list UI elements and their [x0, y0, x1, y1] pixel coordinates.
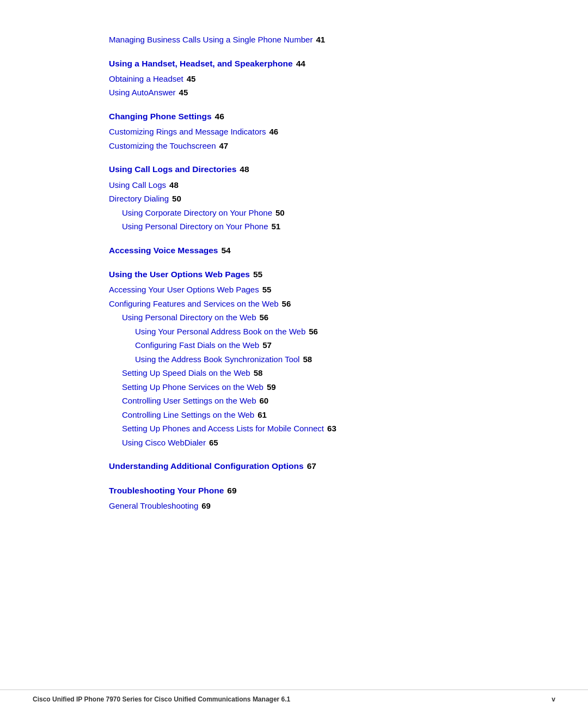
- page-content: Managing Business Calls Using a Single P…: [0, 0, 588, 564]
- toc-heading-troubleshooting-heading[interactable]: Troubleshooting Your Phone69: [109, 484, 479, 498]
- entry-page-obtaining-headset: 45: [187, 72, 196, 86]
- entry-page-accessing-user-options: 55: [262, 283, 272, 297]
- section-group-using-user-options-heading: Using the User Options Web Pages55Access…: [109, 267, 479, 449]
- entry-page-managing-business-calls: 41: [316, 33, 325, 47]
- heading-page-using-handset-heading: 44: [296, 57, 305, 71]
- toc-entry-configuring-features-services[interactable]: Configuring Features and Services on the…: [109, 297, 479, 311]
- entry-title-controlling-line-settings: Controlling Line Settings on the Web: [122, 408, 254, 422]
- toc-entry-obtaining-headset[interactable]: Obtaining a Headset45: [109, 72, 479, 86]
- entry-title-configuring-fast-dials: Configuring Fast Dials on the Web: [135, 338, 259, 352]
- entry-page-using-address-book-sync: 58: [303, 352, 312, 367]
- entry-title-managing-business-calls: Managing Business Calls Using a Single P…: [109, 33, 313, 47]
- toc-heading-accessing-voice-messages-heading[interactable]: Accessing Voice Messages54: [109, 243, 479, 258]
- toc-heading-using-user-options-heading[interactable]: Using the User Options Web Pages55: [109, 267, 479, 282]
- entry-title-controlling-user-settings: Controlling User Settings on the Web: [122, 394, 256, 408]
- entry-page-using-personal-directory-web: 56: [260, 310, 269, 325]
- toc-entry-using-autoanswer[interactable]: Using AutoAnswer45: [109, 86, 479, 100]
- heading-title-using-call-logs-heading: Using Call Logs and Directories: [109, 162, 236, 176]
- entry-title-using-corporate-directory: Using Corporate Directory on Your Phone: [122, 206, 272, 220]
- toc-heading-changing-phone-settings-heading[interactable]: Changing Phone Settings46: [109, 109, 479, 124]
- toc-entry-setting-up-speed-dials[interactable]: Setting Up Speed Dials on the Web58: [109, 366, 479, 380]
- entry-page-setting-up-phone-services: 59: [267, 380, 276, 394]
- entry-title-directory-dialing: Directory Dialing: [109, 192, 169, 206]
- entry-title-setting-up-speed-dials: Setting Up Speed Dials on the Web: [122, 366, 250, 380]
- toc-entry-using-personal-directory-web[interactable]: Using Personal Directory on the Web56: [109, 310, 479, 325]
- toc-entry-using-personal-directory-phone[interactable]: Using Personal Directory on Your Phone51: [109, 219, 479, 234]
- entry-title-customizing-rings: Customizing Rings and Message Indicators: [109, 125, 266, 139]
- entry-page-general-troubleshooting: 69: [201, 499, 211, 513]
- heading-title-using-handset-heading: Using a Handset, Headset, and Speakerpho…: [109, 57, 293, 71]
- entry-page-configuring-features-services: 56: [282, 297, 291, 311]
- toc-entry-controlling-line-settings[interactable]: Controlling Line Settings on the Web61: [109, 408, 479, 422]
- entry-title-using-cisco-webdialer: Using Cisco WebDialer: [122, 436, 206, 450]
- entry-title-setting-up-phones-access-lists: Setting Up Phones and Access Lists for M…: [122, 422, 324, 436]
- toc-entry-using-personal-address-book[interactable]: Using Your Personal Address Book on the …: [109, 325, 479, 339]
- entry-page-using-call-logs: 48: [169, 178, 179, 192]
- entry-title-customizing-touchscreen: Customizing the Touchscreen: [109, 139, 216, 153]
- entry-page-using-corporate-directory: 50: [275, 206, 285, 220]
- heading-title-changing-phone-settings-heading: Changing Phone Settings: [109, 109, 212, 124]
- entry-title-obtaining-headset: Obtaining a Headset: [109, 72, 183, 86]
- entry-title-using-personal-directory-web: Using Personal Directory on the Web: [122, 310, 256, 325]
- footer: Cisco Unified IP Phone 7970 Series for C…: [0, 689, 588, 703]
- heading-page-changing-phone-settings-heading: 46: [215, 109, 224, 124]
- toc-heading-using-handset-heading[interactable]: Using a Handset, Headset, and Speakerpho…: [109, 57, 479, 71]
- entry-title-configuring-features-services: Configuring Features and Services on the…: [109, 297, 279, 311]
- entry-title-accessing-user-options: Accessing Your User Options Web Pages: [109, 283, 259, 297]
- toc-entry-customizing-touchscreen[interactable]: Customizing the Touchscreen47: [109, 139, 479, 153]
- toc-entry-using-address-book-sync[interactable]: Using the Address Book Synchronization T…: [109, 352, 479, 367]
- heading-title-troubleshooting-heading: Troubleshooting Your Phone: [109, 484, 224, 498]
- toc-entry-accessing-user-options[interactable]: Accessing Your User Options Web Pages55: [109, 283, 479, 297]
- heading-title-understanding-additional-config-heading: Understanding Additional Configuration O…: [109, 459, 304, 473]
- heading-title-accessing-voice-messages-heading: Accessing Voice Messages: [109, 243, 218, 258]
- section-group-troubleshooting-heading: Troubleshooting Your Phone69General Trou…: [109, 484, 479, 513]
- entry-page-controlling-line-settings: 61: [258, 408, 267, 422]
- toc-heading-understanding-additional-config-heading[interactable]: Understanding Additional Configuration O…: [109, 459, 479, 473]
- toc-entry-setting-up-phone-services[interactable]: Setting Up Phone Services on the Web59: [109, 380, 479, 394]
- toc-entry-configuring-fast-dials[interactable]: Configuring Fast Dials on the Web57: [109, 338, 479, 352]
- footer-page: v: [552, 695, 555, 703]
- heading-page-using-call-logs-heading: 48: [240, 162, 249, 176]
- entry-page-using-personal-directory-phone: 51: [272, 219, 281, 234]
- toc-entry-using-call-logs[interactable]: Using Call Logs48: [109, 178, 479, 192]
- toc-container: Managing Business Calls Using a Single P…: [109, 33, 479, 512]
- entry-title-setting-up-phone-services: Setting Up Phone Services on the Web: [122, 380, 264, 394]
- entry-page-directory-dialing: 50: [172, 192, 181, 206]
- section-group-accessing-voice-messages-heading: Accessing Voice Messages54: [109, 243, 479, 258]
- section-group-changing-phone-settings-heading: Changing Phone Settings46Customizing Rin…: [109, 109, 479, 152]
- heading-page-understanding-additional-config-heading: 67: [307, 459, 316, 473]
- section-group-using-handset-heading: Using a Handset, Headset, and Speakerpho…: [109, 57, 479, 100]
- heading-page-troubleshooting-heading: 69: [227, 484, 236, 498]
- entry-page-configuring-fast-dials: 57: [262, 338, 272, 352]
- heading-title-using-user-options-heading: Using the User Options Web Pages: [109, 267, 250, 282]
- entry-title-general-troubleshooting: General Troubleshooting: [109, 499, 198, 513]
- entry-title-using-autoanswer: Using AutoAnswer: [109, 86, 176, 100]
- section-group-using-call-logs-heading: Using Call Logs and Directories48Using C…: [109, 162, 479, 233]
- entry-title-using-call-logs: Using Call Logs: [109, 178, 166, 192]
- heading-page-accessing-voice-messages-heading: 54: [221, 243, 230, 258]
- entry-page-setting-up-speed-dials: 58: [254, 366, 263, 380]
- entry-page-using-cisco-webdialer: 65: [209, 436, 218, 450]
- toc-entry-using-cisco-webdialer[interactable]: Using Cisco WebDialer65: [109, 436, 479, 450]
- entry-title-using-personal-directory-phone: Using Personal Directory on Your Phone: [122, 219, 268, 234]
- toc-heading-using-call-logs-heading[interactable]: Using Call Logs and Directories48: [109, 162, 479, 176]
- entry-title-using-personal-address-book: Using Your Personal Address Book on the …: [135, 325, 305, 339]
- entry-page-customizing-rings: 46: [269, 125, 278, 139]
- entry-page-controlling-user-settings: 60: [260, 394, 269, 408]
- heading-page-using-user-options-heading: 55: [253, 267, 262, 282]
- entry-page-customizing-touchscreen: 47: [219, 139, 229, 153]
- entry-page-setting-up-phones-access-lists: 63: [327, 422, 336, 436]
- entry-page-using-personal-address-book: 56: [309, 325, 318, 339]
- toc-entry-setting-up-phones-access-lists[interactable]: Setting Up Phones and Access Lists for M…: [109, 422, 479, 436]
- toc-entry-using-corporate-directory[interactable]: Using Corporate Directory on Your Phone5…: [109, 206, 479, 220]
- toc-entry-directory-dialing[interactable]: Directory Dialing50: [109, 192, 479, 206]
- toc-entry-controlling-user-settings[interactable]: Controlling User Settings on the Web60: [109, 394, 479, 408]
- entry-page-using-autoanswer: 45: [179, 86, 188, 100]
- toc-entry-managing-business-calls[interactable]: Managing Business Calls Using a Single P…: [109, 33, 479, 47]
- toc-entry-customizing-rings[interactable]: Customizing Rings and Message Indicators…: [109, 125, 479, 139]
- footer-title: Cisco Unified IP Phone 7970 Series for C…: [33, 695, 290, 703]
- entry-title-using-address-book-sync: Using the Address Book Synchronization T…: [135, 352, 299, 367]
- toc-entry-general-troubleshooting[interactable]: General Troubleshooting69: [109, 499, 479, 513]
- section-group-understanding-additional-config-heading: Understanding Additional Configuration O…: [109, 459, 479, 473]
